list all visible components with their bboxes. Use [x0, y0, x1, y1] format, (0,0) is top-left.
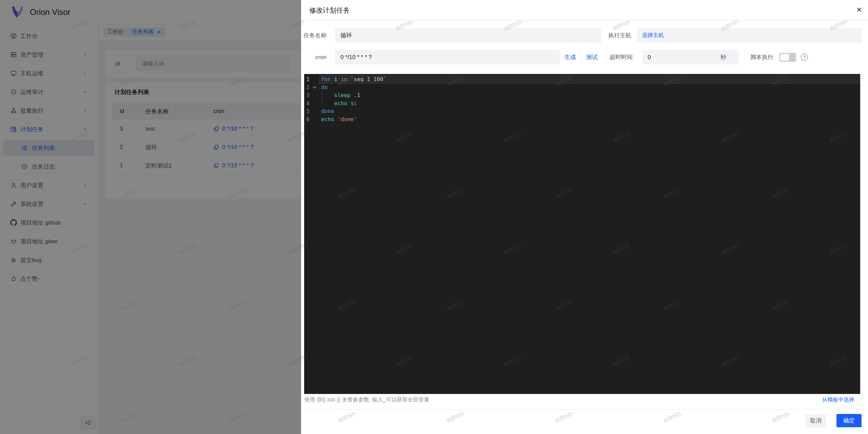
params-hint-text: 使用 @{{ xxx }} 来替换参数, 输入_可以获取全部变量 — [304, 396, 429, 403]
cron-input[interactable] — [335, 50, 559, 64]
script-exec-toggle[interactable] — [779, 53, 796, 62]
timeout-unit: 秒 — [721, 50, 726, 64]
host-select-field[interactable]: 选择主机 — [637, 28, 862, 43]
editor-line-numbers: 1 2 3 4 5 6 — [304, 75, 310, 124]
page: Orion Visor 工作台 资产管理 — [0, 0, 868, 434]
line-number: 4 — [304, 99, 310, 108]
close-icon[interactable]: ✕ — [854, 5, 864, 15]
select-host-link[interactable]: 选择主机 — [642, 32, 664, 39]
cancel-button[interactable]: 取消 — [806, 414, 826, 427]
line-number: 1 — [304, 75, 310, 83]
drawer-header: 修改计划任务 ✕ — [301, 0, 868, 20]
editor-current-line-highlight — [319, 75, 860, 83]
drawer-title: 修改计划任务 — [309, 6, 350, 15]
toggle-knob — [780, 54, 789, 61]
task-name-input[interactable] — [335, 28, 601, 43]
ok-button[interactable]: 确定 — [836, 414, 862, 427]
line-number: 6 — [304, 115, 310, 124]
cron-actions: 生成 测试 — [559, 50, 603, 64]
cron-test-button[interactable]: 测试 — [581, 50, 603, 64]
choose-from-template-link[interactable]: 从模板中选择 — [803, 396, 854, 403]
exec-host-label: 执行主机 — [600, 28, 631, 43]
script-code-editor[interactable]: 1 2 3 4 5 6 for i in `seq 1 100`do sleep… — [304, 74, 860, 394]
help-icon[interactable]: ? — [801, 54, 808, 61]
cron-label: cron — [301, 50, 327, 64]
line-number: 3 — [304, 91, 310, 99]
timeout-label: 超时时间 — [600, 50, 633, 64]
edit-task-drawer: 修改计划任务 ✕ 任务名称 执行主机 选择主机 cron 生成 测试 超时时间 … — [301, 0, 868, 434]
script-exec-label: 脚本执行 — [750, 50, 779, 64]
line-number: 2 — [304, 83, 310, 92]
task-name-label: 任务名称 — [301, 28, 327, 43]
cron-generate-button[interactable]: 生成 — [559, 50, 581, 64]
drawer-footer: 取消 确定 — [301, 409, 868, 434]
fold-chevron-icon[interactable] — [312, 85, 317, 90]
editor-code[interactable]: for i in `seq 1 100`do sleep .1 echo $id… — [321, 75, 387, 124]
line-number: 5 — [304, 107, 310, 115]
